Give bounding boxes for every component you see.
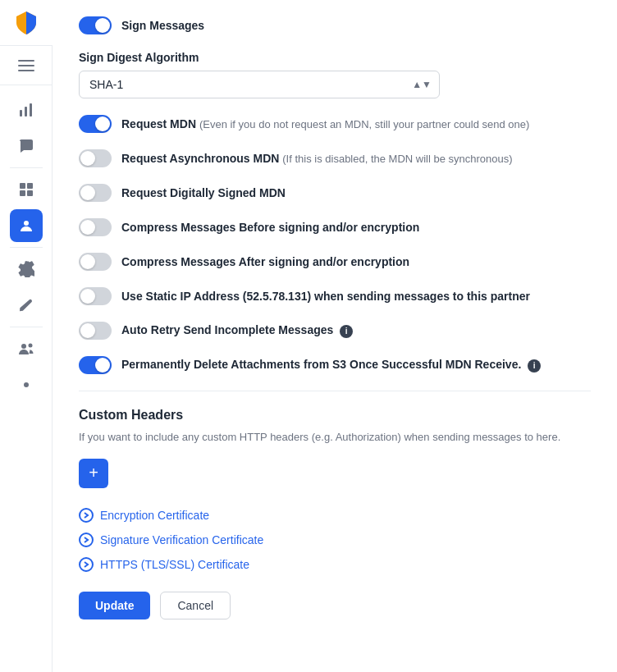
compress-after-label: Compress Messages After signing and/or e… <box>121 255 409 268</box>
compress-before-label: Compress Messages Before signing and/or … <box>121 221 419 234</box>
svg-rect-8 <box>20 190 25 196</box>
main-content: Sign Messages Sign Digest Algorithm SHA-… <box>53 0 617 672</box>
https-cert-chevron-icon <box>79 557 94 572</box>
use-static-ip-label: Use Static IP Address (52.5.78.131) when… <box>121 290 530 303</box>
request-digitally-signed-mdn-label: Request Digitally Signed MDN <box>121 186 286 199</box>
sidebar-nav <box>0 85 52 672</box>
plus-icon: + <box>89 464 98 482</box>
sidebar-item-gear[interactable] <box>10 253 43 286</box>
sidebar-item-settings[interactable] <box>10 368 43 401</box>
sidebar-divider-1 <box>10 167 43 168</box>
encryption-cert-chevron-icon <box>79 508 94 523</box>
svg-point-12 <box>28 344 32 348</box>
custom-headers-desc: If you want to include any custom HTTP h… <box>79 429 591 446</box>
use-static-ip-toggle[interactable] <box>79 287 112 305</box>
sidebar-item-analytics[interactable] <box>10 94 43 126</box>
request-mdn-label: Request MDN (Even if you do not request … <box>121 117 529 130</box>
svg-rect-6 <box>20 183 25 189</box>
footer-buttons: Update Cancel <box>79 592 591 619</box>
sidebar-item-profile[interactable] <box>10 209 43 242</box>
auto-retry-toggle[interactable] <box>79 322 112 340</box>
svg-rect-1 <box>18 65 34 66</box>
permanently-delete-label: Permanently Delete Attachments from S3 O… <box>121 358 541 373</box>
auto-retry-label: Auto Retry Send Incomplete Messages i <box>121 323 353 338</box>
update-button[interactable]: Update <box>79 592 150 619</box>
sidebar <box>0 0 53 672</box>
request-async-mdn-toggle[interactable] <box>79 149 112 167</box>
svg-rect-4 <box>25 107 27 117</box>
svg-rect-3 <box>20 110 22 117</box>
svg-rect-7 <box>27 183 33 189</box>
signature-cert-link: Signature Verification Certificate <box>100 533 263 546</box>
signature-cert-row[interactable]: Signature Verification Certificate <box>79 533 591 547</box>
request-mdn-toggle[interactable] <box>79 115 112 133</box>
sidebar-item-messages[interactable] <box>10 130 43 162</box>
sign-messages-row: Sign Messages <box>79 16 591 34</box>
encryption-cert-link: Encryption Certificate <box>100 509 209 522</box>
request-digitally-signed-mdn-toggle[interactable] <box>79 184 112 202</box>
add-custom-header-button[interactable]: + <box>79 459 108 488</box>
svg-point-13 <box>24 382 29 387</box>
permanently-delete-info-icon[interactable]: i <box>528 359 541 373</box>
svg-rect-0 <box>18 60 34 62</box>
request-async-mdn-label: Request Asynchronous MDN (If this is dis… <box>121 152 513 165</box>
permanently-delete-row: Permanently Delete Attachments from S3 O… <box>79 356 591 374</box>
logo <box>0 0 53 46</box>
compress-before-row: Compress Messages Before signing and/or … <box>79 218 591 236</box>
permanently-delete-toggle[interactable] <box>79 356 112 374</box>
sidebar-item-edit[interactable] <box>10 289 43 322</box>
https-cert-row[interactable]: HTTPS (TLS/SSL) Certificate <box>79 557 591 572</box>
https-cert-link: HTTPS (TLS/SSL) Certificate <box>100 558 249 571</box>
sign-messages-toggle[interactable] <box>79 16 112 34</box>
section-divider <box>79 391 591 391</box>
use-static-ip-row: Use Static IP Address (52.5.78.131) when… <box>79 287 591 305</box>
request-async-mdn-note: (If this is disabled, the MDN will be sy… <box>282 153 512 165</box>
auto-retry-info-icon[interactable]: i <box>340 325 353 338</box>
content-area: Sign Messages Sign Digest Algorithm SHA-… <box>53 0 617 672</box>
svg-rect-9 <box>27 190 33 196</box>
cancel-button[interactable]: Cancel <box>160 592 231 619</box>
menu-button[interactable] <box>0 46 53 85</box>
custom-headers-title: Custom Headers <box>79 408 591 423</box>
sidebar-item-grid[interactable] <box>10 173 43 206</box>
request-mdn-note: (Even if you do not request an MDN, stil… <box>199 118 530 130</box>
request-mdn-row: Request MDN (Even if you do not request … <box>79 115 591 133</box>
compress-after-toggle[interactable] <box>79 253 112 271</box>
sidebar-divider-2 <box>10 247 43 248</box>
svg-rect-2 <box>18 70 34 71</box>
auto-retry-row: Auto Retry Send Incomplete Messages i <box>79 322 591 340</box>
sidebar-divider-3 <box>10 327 43 327</box>
encryption-cert-row[interactable]: Encryption Certificate <box>79 508 591 523</box>
compress-before-toggle[interactable] <box>79 218 112 236</box>
svg-point-10 <box>24 221 29 226</box>
sidebar-item-users[interactable] <box>10 332 43 365</box>
sign-messages-label: Sign Messages <box>121 19 204 32</box>
signature-cert-chevron-icon <box>79 533 94 547</box>
compress-after-row: Compress Messages After signing and/or e… <box>79 253 591 271</box>
sign-digest-select[interactable]: SHA-1 SHA-256 SHA-384 SHA-512 MD5 <box>79 71 440 98</box>
request-async-mdn-row: Request Asynchronous MDN (If this is dis… <box>79 149 591 167</box>
svg-point-11 <box>21 344 26 349</box>
sign-digest-select-wrapper: SHA-1 SHA-256 SHA-384 SHA-512 MD5 ▲▼ <box>79 71 440 98</box>
svg-rect-5 <box>30 103 32 117</box>
request-digitally-signed-mdn-row: Request Digitally Signed MDN <box>79 184 591 202</box>
sign-digest-label: Sign Digest Algorithm <box>79 51 591 64</box>
